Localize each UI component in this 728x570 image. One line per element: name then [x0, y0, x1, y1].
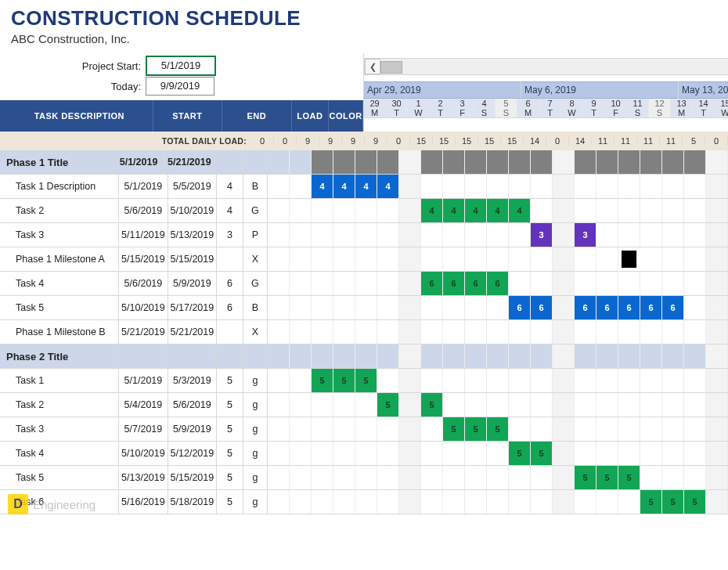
task-row[interactable]: Task 1 Description5/1/20195/5/20194B4444: [0, 175, 728, 199]
day-of-week: T: [430, 108, 452, 117]
phase-row[interactable]: Phase 2 Title: [0, 345, 728, 369]
gantt-cell: [443, 345, 465, 368]
gantt-cell: [333, 345, 355, 368]
gantt-cell: [290, 272, 312, 295]
gantt-cell: [290, 442, 312, 465]
gantt-cell: [553, 490, 575, 514]
page-title: CONSTRUCTION SCHEDULE: [11, 6, 728, 31]
gantt-cell: [706, 490, 728, 514]
gantt-cell: [465, 296, 487, 319]
gantt-cell: [553, 223, 575, 247]
gantt-cell: [355, 417, 377, 441]
task-start: 5/1/2019: [119, 369, 168, 392]
gantt-cell: [290, 490, 312, 514]
gantt-cell: [596, 490, 618, 514]
gantt-cell: [684, 247, 706, 271]
task-row[interactable]: Task 15/1/20195/3/20195g555: [0, 369, 728, 393]
task-end: 5/21/2019: [168, 320, 217, 344]
gantt-cell: [706, 175, 728, 198]
scroll-left-button[interactable]: ❮: [365, 59, 380, 74]
gantt-cell: [312, 490, 333, 514]
task-end: 5/9/2019: [168, 272, 217, 295]
task-row[interactable]: Task 55/10/20195/17/20196B6666666: [0, 296, 728, 320]
task-start: 5/10/2019: [119, 442, 168, 465]
task-row[interactable]: Task 25/6/20195/10/20194G44444: [0, 199, 728, 223]
day-number: 10: [605, 99, 627, 108]
gantt-cell: [421, 345, 443, 368]
task-row[interactable]: Task 45/10/20195/12/20195g55: [0, 442, 728, 466]
day-number: 4: [474, 99, 496, 108]
gantt-cell: 6: [596, 296, 618, 319]
gantt-cell: [509, 247, 531, 271]
gantt-cells: [268, 345, 728, 368]
gantt-cell: [618, 150, 640, 174]
gantt-cells: 4444: [268, 175, 728, 198]
scroll-thumb[interactable]: [380, 61, 402, 74]
task-row[interactable]: Task 35/7/20195/9/20195g555: [0, 417, 728, 442]
gantt-cell: [421, 223, 443, 247]
gantt-cell: [268, 320, 290, 344]
gantt-cell: [355, 223, 377, 247]
gantt-cell: [487, 369, 509, 392]
daily-load-value: 0: [274, 136, 297, 146]
task-row[interactable]: Task 35/11/20195/13/20193P33: [0, 223, 728, 247]
gantt-cells: [268, 150, 728, 174]
today-input[interactable]: 9/9/2019: [146, 77, 214, 96]
gantt-cell: [421, 490, 443, 514]
gantt-cell: [618, 272, 640, 295]
col-desc: TASK DESCRIPTION: [0, 100, 153, 132]
gantt-cell: [706, 247, 728, 271]
gantt-cell: [640, 345, 662, 368]
gantt-cell: [618, 223, 640, 247]
gantt-cell: [465, 442, 487, 465]
gantt-cell: [465, 175, 487, 198]
scroll-track[interactable]: [380, 61, 728, 72]
gantt-cells: [268, 320, 728, 344]
phase-row[interactable]: Phase 1 Title5/1/20195/21/2019: [0, 150, 728, 175]
gantt-cell: [684, 466, 706, 489]
gantt-cell: [706, 369, 728, 392]
gantt-cell: [487, 393, 509, 417]
date-scrollbar[interactable]: ❮ ❯: [364, 58, 728, 75]
gantt-cell: [377, 247, 399, 271]
gantt-cell: [684, 223, 706, 247]
gantt-cell: [553, 272, 575, 295]
gantt-cell: [377, 442, 399, 465]
day-of-week: W: [715, 108, 728, 117]
gantt-cell: 6: [640, 296, 662, 319]
day-of-week: M: [517, 108, 539, 117]
day-of-week: S: [627, 108, 649, 117]
task-end: 5/18/2019: [168, 490, 217, 514]
gantt-cell: [509, 320, 531, 344]
gantt-cell: [355, 296, 377, 319]
gantt-cell: [596, 369, 618, 392]
gantt-cell: [684, 369, 706, 392]
gantt-cell: [640, 150, 662, 174]
gantt-cell: [268, 393, 290, 417]
gantt-cell: [662, 393, 684, 417]
gantt-cell: [421, 247, 443, 271]
gantt-cell: 5: [465, 417, 487, 441]
gantt-cell: [553, 345, 575, 368]
task-desc: Task 4: [0, 442, 119, 465]
task-row[interactable]: Task 25/4/20195/6/20195g55: [0, 393, 728, 417]
task-row[interactable]: Task 45/6/20195/9/20196G6666: [0, 272, 728, 296]
gantt-cells: 555: [268, 490, 728, 514]
project-start-input[interactable]: 5/1/2019: [146, 56, 216, 76]
gantt-cell: [443, 175, 465, 198]
task-desc: Task 1: [0, 369, 119, 392]
task-color: G: [243, 199, 268, 222]
task-row[interactable]: Phase 1 Milestone B5/21/20195/21/2019X: [0, 320, 728, 345]
gantt-cell: [684, 272, 706, 295]
gantt-cell: [706, 442, 728, 465]
gantt-cell: [706, 223, 728, 247]
task-row[interactable]: Phase 1 Milestone A5/15/20195/15/2019X: [0, 247, 728, 272]
task-color: g: [243, 490, 268, 514]
task-load: [217, 320, 243, 344]
gantt-cell: [443, 369, 465, 392]
task-row[interactable]: Task 55/13/20195/15/20195g555: [0, 466, 728, 490]
gantt-cell: [399, 247, 421, 271]
gantt-cell: [509, 417, 531, 441]
task-load: 6: [217, 272, 243, 295]
task-row[interactable]: Task 65/16/20195/18/20195g555: [0, 490, 728, 514]
